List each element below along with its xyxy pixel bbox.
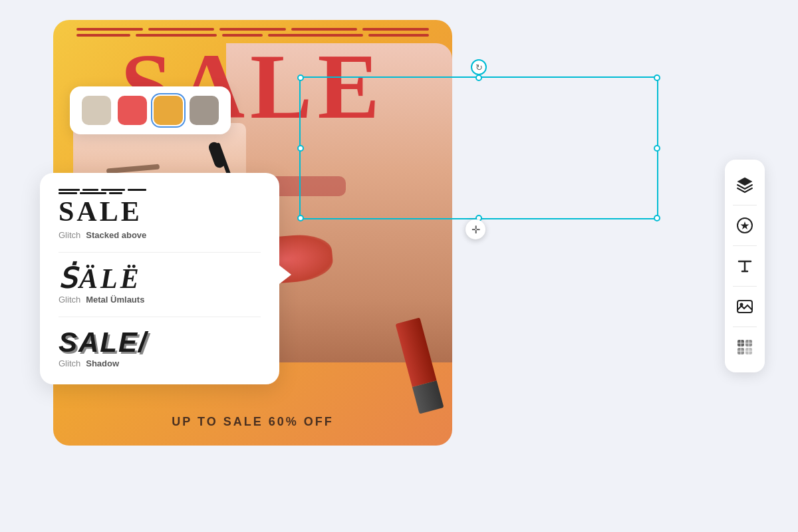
layers-icon — [735, 176, 754, 194]
font-stacked-lines — [59, 189, 261, 194]
toolbar-photos-button[interactable] — [728, 289, 762, 324]
poster-bottom-text: UP TO SALE 60% OFF — [53, 415, 452, 429]
color-palette-panel — [70, 86, 231, 134]
text-icon — [735, 257, 754, 275]
toolbar-text-button[interactable] — [728, 249, 762, 283]
toolbar-layers-button[interactable] — [728, 168, 762, 202]
font-separator-1 — [59, 252, 261, 253]
color-swatch-orange[interactable] — [154, 96, 183, 125]
handle-lm[interactable] — [297, 145, 304, 152]
rotate-handle[interactable]: ↻ — [471, 59, 487, 75]
toolbar-divider-2 — [733, 245, 757, 246]
font-tag-metal: Metal Ümlauts — [86, 295, 144, 305]
svg-rect-1 — [737, 301, 752, 313]
panel-arrow — [279, 265, 291, 284]
photo-icon — [735, 297, 754, 316]
font-style-panel: SALE Glitch Stacked above ṠÄLË Glitch Me… — [40, 173, 279, 384]
move-crosshair[interactable]: ✛ — [466, 219, 485, 239]
color-swatch-red[interactable] — [118, 96, 147, 125]
color-swatch-gray[interactable] — [190, 96, 219, 125]
font-tag-glitch-3: Glitch — [59, 358, 80, 368]
handle-tr[interactable] — [654, 74, 660, 81]
font-tag-stacked: Stacked above — [86, 230, 146, 240]
font-tag-glitch-1: Glitch — [59, 230, 80, 240]
font-preview-metal: ṠÄLË — [59, 262, 261, 295]
handle-tm[interactable] — [475, 74, 482, 81]
canvas-area: SALE — [0, 0, 798, 532]
font-preview-shadow: SALE/ — [59, 327, 261, 358]
toolbar-elements-button[interactable] — [728, 208, 762, 243]
font-tag-shadow: Shadow — [86, 358, 119, 368]
toolbar-divider-1 — [733, 205, 757, 205]
handle-br[interactable] — [654, 215, 660, 221]
font-item-metal-umlauts[interactable]: ṠÄLË Glitch Metal Ümlauts — [59, 262, 261, 305]
right-toolbar — [725, 160, 765, 372]
font-item-shadow[interactable]: SALE/ Glitch Shadow — [59, 327, 261, 368]
font-separator-2 — [59, 317, 261, 317]
dashed-lines-decoration — [76, 28, 429, 37]
color-swatch-beige[interactable] — [82, 96, 111, 125]
handle-tl[interactable] — [297, 74, 304, 81]
toolbar-divider-4 — [733, 327, 757, 327]
font-item-stacked-above[interactable]: SALE Glitch Stacked above — [59, 189, 261, 240]
toolbar-effects-button[interactable] — [728, 330, 762, 364]
effects-icon — [735, 338, 754, 356]
font-tag-glitch-2: Glitch — [59, 295, 80, 305]
toolbar-divider-3 — [733, 286, 757, 287]
star-icon — [735, 216, 754, 235]
selection-box[interactable]: ↻ — [299, 76, 658, 219]
font-preview-stacked: SALE — [59, 196, 261, 227]
handle-rm[interactable] — [654, 145, 660, 152]
handle-bl[interactable] — [297, 215, 304, 221]
